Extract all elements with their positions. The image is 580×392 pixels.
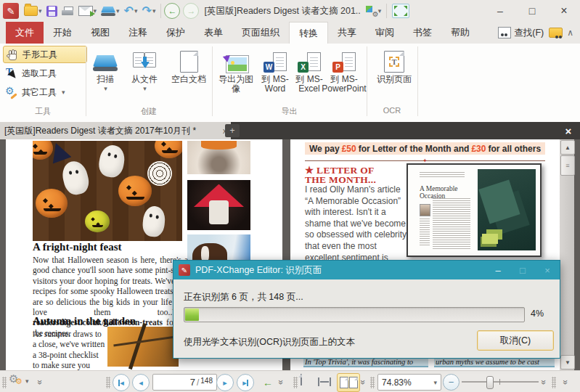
dialog-close-button[interactable]: ×: [535, 261, 560, 279]
group-separator: [417, 46, 418, 116]
cancel-button[interactable]: 取消(C): [477, 330, 554, 351]
scanner-icon: [101, 7, 115, 16]
page-number-input[interactable]: 7 / 148: [152, 374, 217, 391]
scroll-up-button[interactable]: ▲: [560, 140, 575, 155]
tab-view[interactable]: 视图: [81, 22, 119, 44]
new-tab-button[interactable]: +: [225, 124, 240, 137]
tab-bookmarks[interactable]: 书签: [404, 22, 441, 44]
progress-bar-fill: [185, 309, 199, 321]
maximize-button[interactable]: □: [516, 1, 548, 21]
scan-button[interactable]: ▾: [99, 2, 122, 20]
find-in-document-icon: [498, 27, 511, 38]
tab-file[interactable]: 文件: [6, 22, 44, 44]
tab-protect[interactable]: 保护: [157, 22, 195, 44]
print-icon: [62, 7, 74, 16]
print-button[interactable]: [60, 2, 76, 20]
banner-amount: £50: [342, 144, 356, 154]
tab-form[interactable]: 表单: [195, 22, 232, 44]
toolbar-grip[interactable]: [2, 377, 7, 388]
find-button[interactable]: 查找(F): [498, 27, 544, 39]
other-tools-button[interactable]: ⚙ 其它工具 ▾: [3, 83, 87, 101]
caret-down-icon[interactable]: ▾: [152, 7, 156, 15]
email-button[interactable]: ▾: [76, 2, 99, 20]
overflow-chevron[interactable]: »: [542, 377, 546, 387]
collapse-ribbon-button[interactable]: ∧: [565, 24, 576, 41]
open-file-button[interactable]: ▾: [22, 2, 44, 20]
export-image-button[interactable]: 导出为图像: [215, 46, 257, 94]
save-button[interactable]: [44, 2, 60, 20]
group-label-create: 创建: [86, 106, 212, 117]
hand-tool-button[interactable]: 手形工具: [3, 46, 87, 63]
overflow-chevron[interactable]: »: [279, 377, 283, 387]
tab-help[interactable]: 帮助: [441, 22, 479, 44]
toolbar-grip[interactable]: [552, 377, 556, 388]
caret-down-icon[interactable]: ▾: [433, 379, 437, 386]
last-page-button[interactable]: ▸: [237, 374, 254, 391]
pumpkin-cookie: [155, 141, 182, 158]
toolbar-grip[interactable]: [370, 377, 375, 388]
caret-down-icon[interactable]: ▾: [25, 377, 29, 385]
previous-view-button[interactable]: ←: [260, 375, 276, 391]
plus-icon: +: [229, 126, 234, 136]
overflow-chevron[interactable]: »: [563, 377, 568, 387]
back-button[interactable]: ←: [164, 3, 180, 19]
recognize-pages-button[interactable]: T 识别页面: [372, 46, 417, 84]
document-tab[interactable]: [英国版]Readers Digest 读者文摘 2017年10月刊 * x: [0, 122, 231, 139]
previous-page-button[interactable]: ◂: [132, 374, 150, 391]
overflow-chevron[interactable]: »: [361, 377, 365, 387]
status-options-button[interactable]: ⚙⚙ ▾: [9, 375, 29, 388]
forward-button[interactable]: →: [183, 3, 199, 19]
from-file-button[interactable]: 从文件 ▾: [125, 46, 164, 94]
scrollbar-thumb[interactable]: ≡: [560, 155, 575, 176]
page-icon: [349, 377, 358, 388]
close-document-button[interactable]: ×: [560, 122, 577, 139]
tab-comment[interactable]: 注释: [119, 22, 157, 44]
dialog-title-bar[interactable]: ✎ PDF-XChange Editor: 识别页面 – □ ×: [173, 261, 560, 279]
ms-word-icon: W: [264, 52, 287, 73]
left-arrow-icon: ◂: [139, 378, 143, 388]
first-page-button[interactable]: ◂: [113, 374, 130, 391]
zoom-level-select[interactable]: 74.83% ▾: [377, 374, 441, 391]
fullscreen-button[interactable]: [390, 2, 412, 20]
ribbon-toolbar: 手形工具 T 选取工具 ⚙ 其它工具 ▾ 工具 扫描 ▾ 从文件 ▾ 空白文档 …: [0, 44, 580, 123]
close-button[interactable]: ×: [548, 1, 580, 21]
export-excel-button[interactable]: X 到 MS-Excel: [293, 46, 325, 94]
tab-share[interactable]: 共享: [328, 22, 366, 44]
scan-create-button[interactable]: 扫描 ▾: [89, 46, 122, 94]
overflow-chevron[interactable]: »: [38, 377, 42, 387]
view-options-button[interactable]: ⚙ ▾: [364, 2, 384, 20]
caret-down-icon[interactable]: ▾: [38, 7, 42, 15]
vertical-scrollbar[interactable]: ▲ ≡ ▼: [560, 139, 574, 370]
tab-convert[interactable]: 转换: [289, 22, 328, 44]
two-page-view-button[interactable]: [337, 373, 360, 392]
separator: [386, 4, 387, 18]
caret-down-icon[interactable]: ▾: [134, 7, 138, 15]
single-page-view-button[interactable]: [301, 375, 302, 385]
undo-button[interactable]: ↶▾: [122, 2, 140, 20]
embedded-magazine-page: A Memorable Occasion: [407, 163, 542, 257]
from-file-icon: [132, 52, 157, 73]
export-word-button[interactable]: W 到 MS-Word: [258, 46, 292, 94]
toolbar-grip[interactable]: [106, 377, 110, 388]
redo-button[interactable]: ↷▾: [140, 2, 158, 20]
next-page-button[interactable]: ▸: [216, 374, 234, 391]
dialog-minimize-button[interactable]: –: [486, 261, 510, 279]
gears-icon: ⚙⚙: [9, 375, 25, 388]
tab-home[interactable]: 开始: [44, 22, 81, 44]
export-powerpoint-button[interactable]: P 到 MS-PowerPoint: [324, 46, 364, 94]
scroll-down-button[interactable]: ▼: [560, 355, 575, 369]
zoom-slider[interactable]: [462, 381, 539, 383]
gear-wrench-icon: ⚙: [6, 86, 17, 98]
select-tool-button[interactable]: T 选取工具: [3, 65, 87, 82]
toolbar-grip[interactable]: [293, 377, 298, 388]
back-arrow-icon: ←: [263, 377, 273, 388]
tab-organize[interactable]: 页面组织: [232, 22, 289, 44]
blank-document-button[interactable]: 空白文档: [167, 46, 211, 84]
minimize-icon: –: [495, 265, 500, 276]
search-folder-button[interactable]: [547, 24, 565, 41]
tab-review[interactable]: 审阅: [366, 22, 404, 44]
zoom-slider-handle[interactable]: [486, 376, 494, 389]
minimize-button[interactable]: –: [484, 1, 516, 21]
caret-down-icon[interactable]: ▾: [116, 7, 120, 15]
zoom-out-button[interactable]: −: [443, 374, 459, 391]
